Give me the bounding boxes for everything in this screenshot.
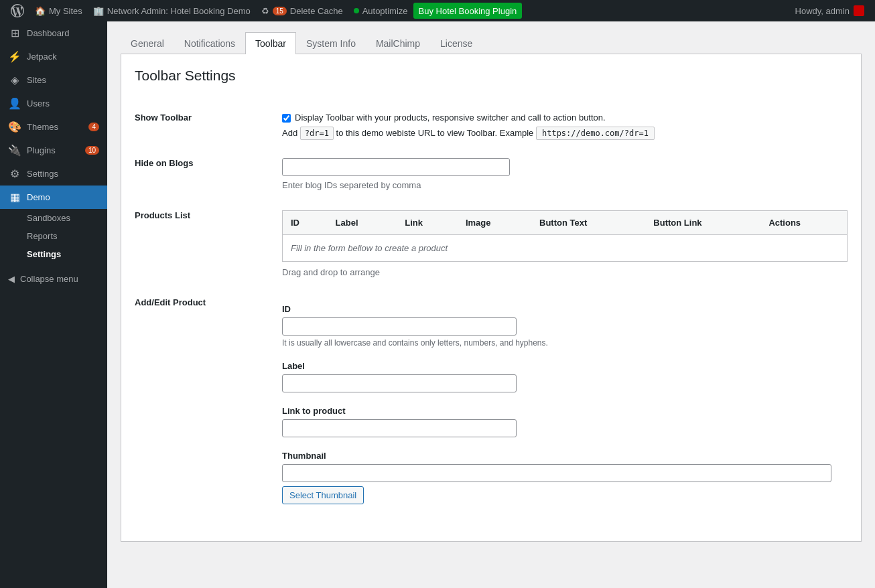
settings-tabs: General Notifications Toolbar System Inf…	[121, 32, 862, 54]
buy-plugin-button[interactable]: Buy Hotel Booking Plugin	[413, 3, 523, 19]
sidebar-item-dashboard[interactable]: ⊞ Dashboard	[0, 21, 107, 45]
plugins-icon: 🔌	[8, 144, 21, 157]
show-toolbar-checkbox[interactable]	[282, 114, 291, 123]
id-field-desc: It is usually all lowercase and contains…	[282, 338, 848, 348]
sidebar-item-label-plugins: Plugins	[27, 145, 56, 155]
network-admin-label: Network Admin: Hotel Booking Demo	[107, 6, 251, 16]
collapse-arrow-icon: ◀	[8, 274, 15, 284]
sidebar-item-label-sites: Sites	[27, 75, 46, 85]
thumbnail-field-input[interactable]	[282, 464, 831, 482]
sites-menu-icon: ◈	[8, 74, 21, 86]
sidebar-item-label-users: Users	[27, 98, 50, 108]
sidebar-sub-reports[interactable]: Reports	[0, 227, 107, 245]
sidebar-item-label-jetpack: Jetpack	[27, 52, 57, 62]
tab-mailchimp[interactable]: MailChimp	[366, 32, 430, 54]
product-form: ID It is usually all lowercase and conta…	[282, 304, 848, 504]
users-icon: 👤	[8, 97, 21, 110]
sidebar-sub-settings[interactable]: Settings	[0, 245, 107, 263]
network-icon: 🏢	[93, 6, 104, 16]
my-sites-link[interactable]: 🏠 My Sites	[29, 0, 88, 21]
show-toolbar-label: Show Toolbar	[135, 113, 192, 123]
table-empty-text: Fill in the form bellow to create a prod…	[283, 235, 848, 262]
col-label: Label	[328, 211, 397, 235]
autoptimize-label: Autoptimize	[362, 6, 408, 16]
products-table: ID Label Link Image Button Text Button L…	[282, 210, 848, 262]
delete-cache-label: Delete Cache	[290, 6, 343, 16]
sidebar-sub-sandboxes[interactable]: Sandboxes	[0, 209, 107, 227]
col-id: ID	[283, 211, 328, 235]
tab-system-info[interactable]: System Info	[296, 32, 366, 54]
sidebar-item-label-dashboard: Dashboard	[27, 28, 70, 38]
settings-icon: ⚙	[8, 167, 21, 180]
sidebar-item-label-themes: Themes	[27, 122, 58, 132]
collapse-menu-label: Collapse menu	[20, 274, 78, 284]
col-link: Link	[397, 211, 458, 235]
admin-avatar	[854, 5, 864, 16]
hide-on-blogs-desc: Enter blog IDs separeted by comma	[282, 180, 848, 190]
my-sites-label: My Sites	[49, 6, 82, 16]
autoptimize-status-icon	[354, 8, 359, 13]
add-param-text: Add ?dr=1 to this demo webiste URL to vi…	[282, 128, 848, 138]
themes-badge: 4	[88, 123, 99, 131]
plugins-badge: 10	[85, 146, 99, 155]
select-thumbnail-label: Select Thumbnail	[289, 490, 356, 500]
sidebar-demo-label: Demo	[27, 192, 50, 202]
network-admin-link[interactable]: 🏢 Network Admin: Hotel Booking Demo	[88, 0, 256, 21]
wp-logo-icon[interactable]	[5, 0, 29, 21]
sidebar-item-jetpack[interactable]: ⚡ Jetpack	[0, 45, 107, 68]
cache-icon: ♻	[261, 6, 269, 16]
add-edit-product-label: Add/Edit Product	[135, 297, 206, 307]
products-list-label: Products List	[135, 210, 190, 220]
url-example: https://demo.com/?dr=1	[536, 127, 655, 140]
sidebar-item-label-settings: Settings	[27, 169, 58, 179]
sidebar-item-settings[interactable]: ⚙ Settings	[0, 162, 107, 186]
sidebar-item-users[interactable]: 👤 Users	[0, 92, 107, 115]
id-field-input[interactable]	[282, 317, 517, 336]
col-button-text: Button Text	[531, 211, 645, 235]
thumbnail-field: Thumbnail Select Thumbnail	[282, 451, 848, 504]
sidebar-item-themes[interactable]: 🎨 Themes 4	[0, 115, 107, 139]
demo-icon: ▦	[8, 191, 21, 204]
collapse-menu-button[interactable]: ◀ Collapse menu	[0, 269, 107, 289]
cache-count-badge: 15	[273, 7, 287, 15]
col-button-link: Button Link	[645, 211, 760, 235]
link-field-input[interactable]	[282, 419, 517, 437]
sites-icon: 🏠	[35, 6, 46, 16]
col-actions: Actions	[760, 211, 847, 235]
thumbnail-field-label: Thumbnail	[282, 451, 848, 461]
table-empty-row: Fill in the form bellow to create a prod…	[283, 235, 848, 262]
select-thumbnail-button[interactable]: Select Thumbnail	[282, 486, 364, 504]
buy-plugin-label: Buy Hotel Booking Plugin	[419, 6, 517, 16]
tab-notifications[interactable]: Notifications	[174, 32, 245, 54]
hide-on-blogs-input[interactable]	[282, 158, 510, 176]
show-toolbar-checkbox-label: Display Toolbar with your products, resp…	[282, 113, 848, 123]
col-image: Image	[458, 211, 531, 235]
link-field: Link to product	[282, 406, 848, 437]
tab-toolbar[interactable]: Toolbar	[245, 32, 296, 54]
param-code: ?dr=1	[300, 127, 334, 140]
hide-on-blogs-label: Hide on Blogs	[135, 158, 193, 168]
id-field-label: ID	[282, 304, 848, 314]
sidebar-item-demo[interactable]: ▦ Demo	[0, 186, 107, 209]
howdy-text: Howdy, admin	[790, 5, 870, 16]
tab-general[interactable]: General	[121, 32, 174, 54]
tab-license[interactable]: License	[430, 32, 482, 54]
label-field-label: Label	[282, 361, 848, 371]
id-field: ID It is usually all lowercase and conta…	[282, 304, 848, 348]
sidebar-item-plugins[interactable]: 🔌 Plugins 10	[0, 139, 107, 162]
autoptimize-link[interactable]: Autoptimize	[348, 0, 413, 21]
label-field: Label	[282, 361, 848, 392]
label-field-input[interactable]	[282, 374, 517, 392]
themes-icon: 🎨	[8, 121, 21, 133]
jetpack-icon: ⚡	[8, 50, 21, 63]
page-title: Toolbar Settings	[135, 68, 848, 89]
dashboard-icon: ⊞	[8, 27, 21, 40]
link-field-label: Link to product	[282, 406, 848, 416]
sidebar-item-sites[interactable]: ◈ Sites	[0, 68, 107, 92]
drag-drop-text: Drag and drop to arrange	[282, 267, 848, 277]
delete-cache-link[interactable]: ♻ 15 Delete Cache	[256, 0, 348, 21]
